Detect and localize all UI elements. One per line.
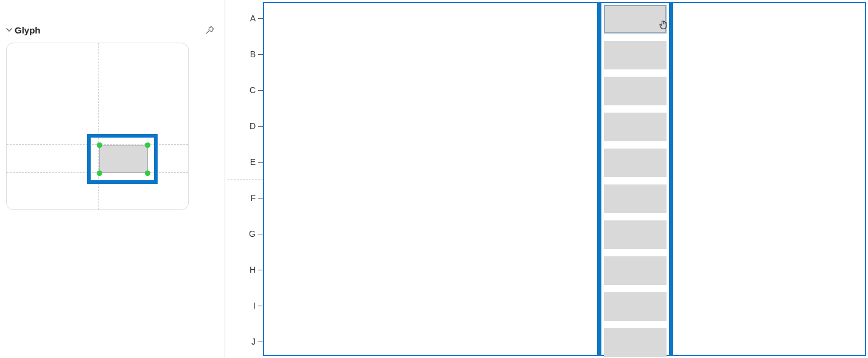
glyph-panel-header: Glyph	[6, 24, 219, 39]
handle-top-left[interactable]	[97, 142, 102, 148]
small-multiple-slot[interactable]	[604, 328, 667, 357]
small-multiple-slot[interactable]	[604, 256, 667, 285]
small-multiple-slot[interactable]	[604, 292, 667, 321]
page-frame[interactable]	[263, 2, 866, 356]
chevron-down-icon[interactable]	[6, 27, 12, 33]
row-label-gutter: A B C D E F G H I J	[242, 2, 263, 356]
handle-bottom-right[interactable]	[145, 170, 150, 176]
small-multiple-slot[interactable]	[604, 113, 667, 141]
row-label: D	[250, 121, 263, 131]
row-label: F	[250, 193, 263, 203]
handle-bottom-left[interactable]	[97, 170, 102, 176]
row-label: G	[249, 229, 263, 239]
handle-top-right[interactable]	[145, 142, 150, 148]
small-multiple-slot[interactable]	[604, 220, 667, 249]
row-label: E	[250, 157, 263, 167]
row-label: B	[250, 49, 263, 59]
row-label: I	[253, 301, 263, 311]
row-label: A	[250, 13, 263, 23]
glyph-rect[interactable]	[99, 145, 148, 173]
small-multiple-slot[interactable]	[604, 184, 667, 213]
small-multiple-slot[interactable]	[604, 5, 667, 33]
glyph-panel-title: Glyph	[15, 25, 41, 35]
small-multiples-strip[interactable]	[597, 3, 673, 355]
small-multiple-slot[interactable]	[604, 149, 667, 177]
row-label: C	[250, 85, 263, 95]
row-label: H	[250, 265, 263, 275]
glyph-preview-canvas[interactable]	[6, 43, 189, 210]
small-multiple-slot[interactable]	[604, 77, 667, 105]
main-canvas-area: A B C D E F G H I J	[225, 0, 868, 358]
small-multiple-slot[interactable]	[604, 41, 667, 69]
pin-icon[interactable]	[205, 24, 215, 35]
center-guide	[98, 43, 99, 209]
sidebar-panel: Glyph	[0, 0, 225, 358]
row-label: J	[251, 337, 263, 346]
